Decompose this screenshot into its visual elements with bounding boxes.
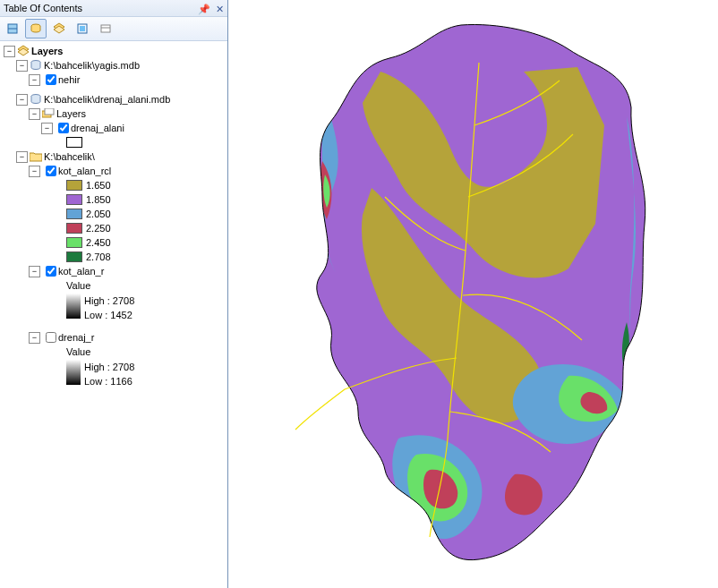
ramp-low: Low : 1166 <box>84 374 134 388</box>
collapse-icon[interactable]: − <box>29 266 40 277</box>
class-swatch <box>66 180 82 191</box>
dataframe-label: Layers <box>31 44 63 58</box>
class-label: 2.250 <box>86 221 111 235</box>
polygon-swatch <box>66 137 82 148</box>
layer-visibility-checkbox[interactable] <box>46 74 56 85</box>
datasource-path: K:\bahcelik\drenaj_alani.mdb <box>44 92 170 107</box>
datasource-path: K:\bahcelik\yagis.mdb <box>44 58 140 72</box>
collapse-icon[interactable]: − <box>29 166 40 177</box>
collapse-icon[interactable]: − <box>41 123 53 134</box>
panel-title-bar: Table Of Contents 📌 ✕ <box>0 0 227 17</box>
class-swatch <box>66 223 82 234</box>
class-swatch <box>66 237 82 248</box>
collapse-icon[interactable]: − <box>16 151 28 163</box>
value-label: Value <box>66 345 90 359</box>
group-label: Layers <box>56 107 86 121</box>
svg-rect-5 <box>101 25 110 32</box>
ramp-low: Low : 1452 <box>84 308 134 322</box>
list-by-selection-button[interactable] <box>72 19 93 38</box>
grayscale-ramp <box>66 360 81 385</box>
collapse-icon[interactable]: − <box>29 332 40 344</box>
class-row[interactable]: 2.708 <box>4 250 226 264</box>
datasource-node[interactable]: − K:\bahcelik\ <box>4 149 226 164</box>
layer-visibility-checkbox[interactable] <box>58 123 69 133</box>
class-label: 1.850 <box>86 192 111 207</box>
group-node[interactable]: − Layers <box>4 107 226 121</box>
list-by-visibility-button[interactable] <box>48 19 70 38</box>
geodatabase-icon <box>30 59 42 72</box>
class-row[interactable]: 1.850 <box>4 192 226 207</box>
layer-visibility-checkbox[interactable] <box>46 166 56 176</box>
layer-label: drenaj_r <box>58 330 94 345</box>
map-canvas <box>273 18 658 573</box>
dataframe-root[interactable]: − Layers <box>4 44 226 58</box>
svg-rect-10 <box>45 108 54 115</box>
value-heading: Value <box>4 278 226 293</box>
value-heading: Value <box>4 345 226 359</box>
collapse-icon[interactable]: − <box>29 108 40 120</box>
layer-visibility-checkbox[interactable] <box>46 266 56 277</box>
panel-title: Table Of Contents <box>4 3 82 13</box>
class-row[interactable]: 2.250 <box>4 221 226 235</box>
svg-rect-4 <box>80 26 85 31</box>
class-swatch <box>66 194 82 205</box>
close-icon[interactable]: ✕ <box>213 1 226 17</box>
options-button[interactable] <box>95 19 116 38</box>
folder-icon <box>30 150 42 163</box>
grouplayer-icon <box>42 107 55 120</box>
list-by-source-button[interactable] <box>25 19 47 38</box>
toc-toolbar <box>0 17 227 41</box>
layer-node[interactable]: − drenaj_r <box>4 330 226 345</box>
stretch-ramp: High : 2708 Low : 1166 <box>4 359 226 388</box>
class-row[interactable]: 2.050 <box>4 207 226 221</box>
datasource-node[interactable]: − K:\bahcelik\yagis.mdb <box>4 58 226 72</box>
stretch-ramp: High : 2708 Low : 1452 <box>4 293 226 321</box>
map-view[interactable] <box>228 0 716 588</box>
pin-icon[interactable]: 📌 <box>198 1 210 17</box>
datasource-node[interactable]: − K:\bahcelik\drenaj_alani.mdb <box>4 92 226 107</box>
symbol-node[interactable] <box>4 135 226 149</box>
datasource-path: K:\bahcelik\ <box>44 149 95 164</box>
layers-icon <box>17 45 30 57</box>
list-by-drawing-order-button[interactable] <box>2 19 23 38</box>
grayscale-ramp <box>66 294 81 319</box>
class-swatch <box>66 251 82 262</box>
ramp-high: High : 2708 <box>84 360 134 374</box>
value-label: Value <box>66 278 90 293</box>
layer-node[interactable]: − kot_alan_r <box>4 264 226 278</box>
class-row[interactable]: 1.650 <box>4 178 226 192</box>
toc-tree: − Layers − K:\bahcelik\yagis.mdb − nehir… <box>0 41 227 390</box>
layer-node[interactable]: − nehir <box>4 72 226 87</box>
geodatabase-icon <box>30 93 42 106</box>
layer-node[interactable]: − drenaj_alani <box>4 121 226 135</box>
class-swatch <box>66 209 82 219</box>
class-label: 2.050 <box>86 207 111 221</box>
collapse-icon[interactable]: − <box>16 94 28 106</box>
layer-label: kot_alan_r <box>58 264 104 278</box>
layer-visibility-checkbox[interactable] <box>46 332 56 343</box>
toc-panel: Table Of Contents 📌 ✕ − Layers <box>0 0 228 588</box>
class-label: 2.708 <box>86 250 111 264</box>
class-label: 2.450 <box>86 235 111 250</box>
layer-node[interactable]: − kot_alan_rcl <box>4 164 226 178</box>
layer-label: drenaj_alani <box>71 121 124 135</box>
collapse-icon[interactable]: − <box>29 74 40 86</box>
collapse-icon[interactable]: − <box>4 46 15 57</box>
collapse-icon[interactable]: − <box>16 60 28 72</box>
layer-label: nehir <box>58 72 80 87</box>
layer-label: kot_alan_rcl <box>58 164 111 178</box>
ramp-high: High : 2708 <box>84 294 134 308</box>
class-row[interactable]: 2.450 <box>4 235 226 250</box>
class-label: 1.650 <box>86 178 111 192</box>
